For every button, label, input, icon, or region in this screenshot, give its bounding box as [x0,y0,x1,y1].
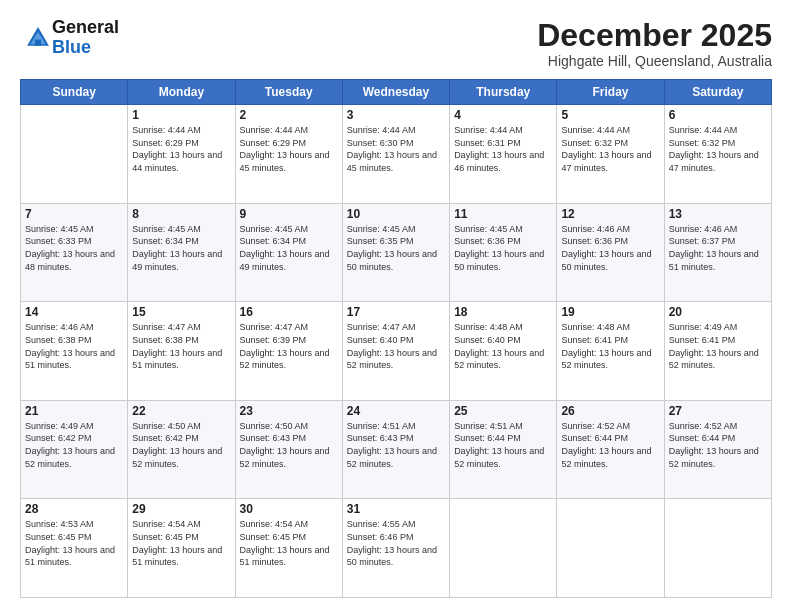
calendar-cell: 31 Sunrise: 4:55 AMSunset: 6:46 PMDaylig… [342,499,449,598]
cell-info: Sunrise: 4:44 AMSunset: 6:32 PMDaylight:… [669,125,759,173]
cell-date: 30 [240,502,338,516]
cell-info: Sunrise: 4:46 AMSunset: 6:36 PMDaylight:… [561,224,651,272]
cell-date: 13 [669,207,767,221]
cell-info: Sunrise: 4:45 AMSunset: 6:36 PMDaylight:… [454,224,544,272]
cell-date: 21 [25,404,123,418]
cell-info: Sunrise: 4:47 AMSunset: 6:40 PMDaylight:… [347,322,437,370]
calendar-cell: 1 Sunrise: 4:44 AMSunset: 6:29 PMDayligh… [128,105,235,204]
calendar-cell: 22 Sunrise: 4:50 AMSunset: 6:42 PMDaylig… [128,400,235,499]
header: General Blue December 2025 Highgate Hill… [20,18,772,69]
logo-icon [24,24,52,52]
cell-date: 2 [240,108,338,122]
calendar-cell [664,499,771,598]
calendar-cell: 3 Sunrise: 4:44 AMSunset: 6:30 PMDayligh… [342,105,449,204]
calendar-cell: 20 Sunrise: 4:49 AMSunset: 6:41 PMDaylig… [664,302,771,401]
cell-info: Sunrise: 4:54 AMSunset: 6:45 PMDaylight:… [132,519,222,567]
col-monday: Monday [128,80,235,105]
calendar-cell [557,499,664,598]
cell-date: 20 [669,305,767,319]
calendar-cell: 18 Sunrise: 4:48 AMSunset: 6:40 PMDaylig… [450,302,557,401]
calendar-cell: 30 Sunrise: 4:54 AMSunset: 6:45 PMDaylig… [235,499,342,598]
logo-general: General [52,18,119,38]
cell-info: Sunrise: 4:52 AMSunset: 6:44 PMDaylight:… [561,421,651,469]
cell-date: 10 [347,207,445,221]
cell-date: 25 [454,404,552,418]
month-title: December 2025 [537,18,772,53]
calendar-week-2: 7 Sunrise: 4:45 AMSunset: 6:33 PMDayligh… [21,203,772,302]
cell-date: 18 [454,305,552,319]
cell-info: Sunrise: 4:47 AMSunset: 6:39 PMDaylight:… [240,322,330,370]
page: General Blue December 2025 Highgate Hill… [0,0,792,612]
calendar-cell [21,105,128,204]
cell-info: Sunrise: 4:45 AMSunset: 6:34 PMDaylight:… [240,224,330,272]
cell-info: Sunrise: 4:47 AMSunset: 6:38 PMDaylight:… [132,322,222,370]
col-friday: Friday [557,80,664,105]
cell-info: Sunrise: 4:45 AMSunset: 6:35 PMDaylight:… [347,224,437,272]
cell-date: 5 [561,108,659,122]
calendar-table: Sunday Monday Tuesday Wednesday Thursday… [20,79,772,598]
cell-date: 26 [561,404,659,418]
cell-date: 31 [347,502,445,516]
calendar-cell: 2 Sunrise: 4:44 AMSunset: 6:29 PMDayligh… [235,105,342,204]
cell-date: 24 [347,404,445,418]
cell-date: 28 [25,502,123,516]
calendar-week-4: 21 Sunrise: 4:49 AMSunset: 6:42 PMDaylig… [21,400,772,499]
cell-info: Sunrise: 4:50 AMSunset: 6:43 PMDaylight:… [240,421,330,469]
cell-info: Sunrise: 4:48 AMSunset: 6:40 PMDaylight:… [454,322,544,370]
cell-info: Sunrise: 4:53 AMSunset: 6:45 PMDaylight:… [25,519,115,567]
calendar-cell: 15 Sunrise: 4:47 AMSunset: 6:38 PMDaylig… [128,302,235,401]
calendar-cell: 10 Sunrise: 4:45 AMSunset: 6:35 PMDaylig… [342,203,449,302]
cell-date: 17 [347,305,445,319]
calendar-week-1: 1 Sunrise: 4:44 AMSunset: 6:29 PMDayligh… [21,105,772,204]
calendar-cell: 4 Sunrise: 4:44 AMSunset: 6:31 PMDayligh… [450,105,557,204]
calendar-cell: 7 Sunrise: 4:45 AMSunset: 6:33 PMDayligh… [21,203,128,302]
col-wednesday: Wednesday [342,80,449,105]
cell-date: 16 [240,305,338,319]
cell-info: Sunrise: 4:45 AMSunset: 6:33 PMDaylight:… [25,224,115,272]
cell-date: 7 [25,207,123,221]
calendar-week-5: 28 Sunrise: 4:53 AMSunset: 6:45 PMDaylig… [21,499,772,598]
cell-info: Sunrise: 4:52 AMSunset: 6:44 PMDaylight:… [669,421,759,469]
cell-date: 12 [561,207,659,221]
cell-info: Sunrise: 4:49 AMSunset: 6:41 PMDaylight:… [669,322,759,370]
cell-info: Sunrise: 4:48 AMSunset: 6:41 PMDaylight:… [561,322,651,370]
calendar-cell: 28 Sunrise: 4:53 AMSunset: 6:45 PMDaylig… [21,499,128,598]
logo-blue: Blue [52,38,119,58]
calendar-cell: 14 Sunrise: 4:46 AMSunset: 6:38 PMDaylig… [21,302,128,401]
cell-info: Sunrise: 4:44 AMSunset: 6:29 PMDaylight:… [132,125,222,173]
cell-info: Sunrise: 4:51 AMSunset: 6:44 PMDaylight:… [454,421,544,469]
cell-info: Sunrise: 4:45 AMSunset: 6:34 PMDaylight:… [132,224,222,272]
col-thursday: Thursday [450,80,557,105]
cell-date: 11 [454,207,552,221]
calendar-week-3: 14 Sunrise: 4:46 AMSunset: 6:38 PMDaylig… [21,302,772,401]
cell-date: 3 [347,108,445,122]
cell-info: Sunrise: 4:54 AMSunset: 6:45 PMDaylight:… [240,519,330,567]
col-tuesday: Tuesday [235,80,342,105]
cell-info: Sunrise: 4:55 AMSunset: 6:46 PMDaylight:… [347,519,437,567]
location: Highgate Hill, Queensland, Australia [537,53,772,69]
cell-date: 22 [132,404,230,418]
cell-date: 15 [132,305,230,319]
cell-date: 1 [132,108,230,122]
cell-info: Sunrise: 4:44 AMSunset: 6:29 PMDaylight:… [240,125,330,173]
col-saturday: Saturday [664,80,771,105]
cell-date: 8 [132,207,230,221]
cell-info: Sunrise: 4:44 AMSunset: 6:32 PMDaylight:… [561,125,651,173]
cell-info: Sunrise: 4:44 AMSunset: 6:31 PMDaylight:… [454,125,544,173]
calendar-cell: 11 Sunrise: 4:45 AMSunset: 6:36 PMDaylig… [450,203,557,302]
calendar-cell: 12 Sunrise: 4:46 AMSunset: 6:36 PMDaylig… [557,203,664,302]
cell-info: Sunrise: 4:50 AMSunset: 6:42 PMDaylight:… [132,421,222,469]
cell-info: Sunrise: 4:46 AMSunset: 6:37 PMDaylight:… [669,224,759,272]
cell-date: 4 [454,108,552,122]
calendar-cell [450,499,557,598]
calendar-cell: 29 Sunrise: 4:54 AMSunset: 6:45 PMDaylig… [128,499,235,598]
calendar-cell: 19 Sunrise: 4:48 AMSunset: 6:41 PMDaylig… [557,302,664,401]
calendar-cell: 13 Sunrise: 4:46 AMSunset: 6:37 PMDaylig… [664,203,771,302]
calendar-cell: 16 Sunrise: 4:47 AMSunset: 6:39 PMDaylig… [235,302,342,401]
col-sunday: Sunday [21,80,128,105]
cell-date: 9 [240,207,338,221]
calendar-cell: 26 Sunrise: 4:52 AMSunset: 6:44 PMDaylig… [557,400,664,499]
title-block: December 2025 Highgate Hill, Queensland,… [537,18,772,69]
svg-rect-2 [35,39,41,45]
calendar-cell: 25 Sunrise: 4:51 AMSunset: 6:44 PMDaylig… [450,400,557,499]
